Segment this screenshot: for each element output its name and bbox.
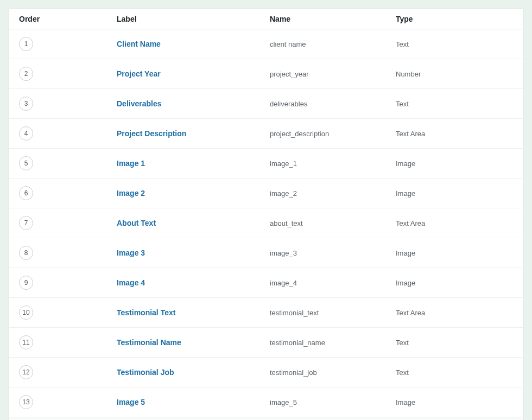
order-handle[interactable]: 10 <box>19 306 33 320</box>
field-name-text: project_year <box>270 70 309 78</box>
order-handle[interactable]: 4 <box>19 126 33 141</box>
table-row[interactable]: 9 Image 4 image_4 Image <box>9 268 523 298</box>
table-row[interactable]: 11 Testimonial Name testimonial_name Tex… <box>9 328 523 358</box>
order-handle[interactable]: 6 <box>19 186 33 200</box>
header-type: Type <box>396 15 513 23</box>
table-header: Order Label Name Type <box>9 9 523 29</box>
field-type-text: Image <box>396 160 415 168</box>
field-type-text: Image <box>396 398 415 406</box>
field-label-link[interactable]: Testimonial Job <box>117 368 174 377</box>
order-handle[interactable]: 8 <box>19 246 33 260</box>
field-type-text: Image <box>396 279 415 287</box>
field-label-link[interactable]: Client Name <box>117 40 161 48</box>
field-type-text: Text <box>396 339 409 347</box>
field-type-text: Text <box>396 100 409 108</box>
field-label-link[interactable]: Testimonial Text <box>117 308 175 317</box>
field-label-link[interactable]: Image 5 <box>117 398 145 406</box>
field-name-text: image_3 <box>270 249 297 257</box>
table-row[interactable]: 4 Project Description project_descriptio… <box>9 119 523 149</box>
field-name-text: image_4 <box>270 279 297 287</box>
field-type-text: Text <box>396 40 409 48</box>
table-row[interactable]: 10 Testimonial Text testimonial_text Tex… <box>9 298 523 328</box>
table-row[interactable]: 3 Deliverables deliverables Text <box>9 89 523 119</box>
field-label-link[interactable]: Project Year <box>117 69 161 78</box>
table-body: 1 Client Name client name Text 2 Project… <box>9 29 523 417</box>
order-handle[interactable]: 9 <box>19 276 33 290</box>
field-type-text: Number <box>396 70 421 78</box>
field-label-link[interactable]: Image 1 <box>117 159 145 168</box>
table-row[interactable]: 12 Testimonial Job testimonial_job Text <box>9 358 523 387</box>
field-type-text: Text Area <box>396 219 425 227</box>
table-row[interactable]: 1 Client Name client name Text <box>9 29 523 59</box>
header-name: Name <box>270 15 396 23</box>
field-name-text: testimonial_name <box>270 339 325 347</box>
field-type-text: Text <box>396 368 409 377</box>
field-name-text: project_description <box>270 130 329 138</box>
table-row[interactable]: 13 Image 5 image_5 Image <box>9 387 523 417</box>
order-handle[interactable]: 11 <box>19 335 33 349</box>
field-name-text: about_text <box>270 219 303 227</box>
order-handle[interactable]: 7 <box>19 216 33 230</box>
order-handle[interactable]: 13 <box>19 395 33 409</box>
header-label: Label <box>117 15 270 23</box>
order-handle[interactable]: 1 <box>19 37 33 51</box>
fields-panel: Order Label Name Type 1 Client Name clie… <box>9 9 523 420</box>
field-type-text: Image <box>396 189 415 198</box>
field-name-text: image_2 <box>270 189 297 198</box>
order-handle[interactable]: 2 <box>19 67 33 81</box>
table-row[interactable]: 2 Project Year project_year Number <box>9 59 523 89</box>
field-type-text: Text Area <box>396 309 425 317</box>
order-handle[interactable]: 5 <box>19 156 33 170</box>
field-label-link[interactable]: Testimonial Name <box>117 338 181 347</box>
field-name-text: image_1 <box>270 160 297 168</box>
field-label-link[interactable]: Image 4 <box>117 278 145 287</box>
field-name-text: testimonial_job <box>270 368 317 377</box>
header-order: Order <box>19 15 117 23</box>
order-handle[interactable]: 3 <box>19 97 33 111</box>
table-row[interactable]: 6 Image 2 image_2 Image <box>9 179 523 208</box>
field-type-text: Text Area <box>396 130 425 138</box>
field-label-link[interactable]: Image 2 <box>117 189 145 198</box>
field-name-text: deliverables <box>270 100 307 108</box>
table-row[interactable]: 8 Image 3 image_3 Image <box>9 238 523 268</box>
field-name-text: client name <box>270 40 306 48</box>
field-label-link[interactable]: Project Description <box>117 129 186 138</box>
field-name-text: testimonial_text <box>270 309 319 317</box>
order-handle[interactable]: 12 <box>19 365 33 379</box>
table-row[interactable]: 5 Image 1 image_1 Image <box>9 149 523 179</box>
field-type-text: Image <box>396 249 415 257</box>
field-label-link[interactable]: About Text <box>117 219 156 227</box>
table-footer: + Add Field <box>9 417 523 420</box>
field-label-link[interactable]: Deliverables <box>117 99 162 108</box>
field-label-link[interactable]: Image 3 <box>117 249 145 257</box>
field-name-text: image_5 <box>270 398 297 406</box>
table-row[interactable]: 7 About Text about_text Text Area <box>9 208 523 238</box>
